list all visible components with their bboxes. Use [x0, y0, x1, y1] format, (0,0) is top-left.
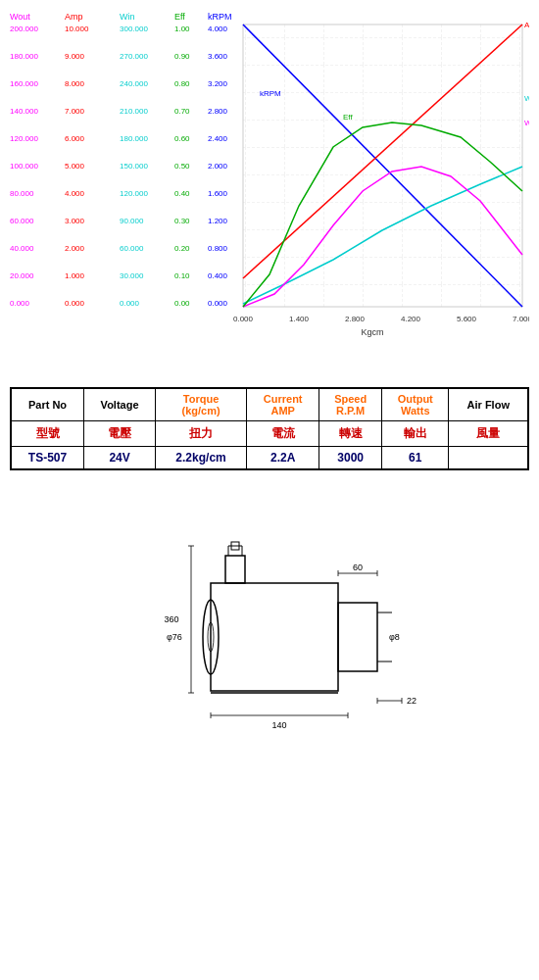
svg-text:0.000: 0.000 [65, 299, 85, 308]
cell-current: 2.2A [246, 447, 318, 470]
eff-label: Eff [174, 12, 185, 22]
svg-text:180.000: 180.000 [120, 134, 148, 143]
amp-line-label: Amp [524, 21, 529, 29]
dim-140: 140 [271, 720, 286, 730]
zh-airflow: 風量 [449, 421, 528, 447]
svg-text:180.000: 180.000 [10, 52, 38, 61]
cell-partno: TS-507 [11, 447, 84, 470]
performance-chart: Wout 200.000 180.000 160.000 140.000 120… [10, 10, 529, 343]
svg-text:2.000: 2.000 [208, 162, 228, 171]
th-torque: Torque (kg/cm) [156, 388, 247, 421]
svg-text:200.000: 200.000 [10, 24, 38, 33]
zh-partno: 型號 [11, 421, 84, 447]
zh-header-row: 型號 電壓 扭力 電流 轉速 輸出 風量 [11, 421, 528, 447]
svg-text:120.000: 120.000 [10, 134, 38, 143]
chart-section: Wout 200.000 180.000 160.000 140.000 120… [0, 0, 539, 372]
svg-text:4.200: 4.200 [401, 315, 421, 323]
zh-torque: 扭力 [156, 421, 247, 447]
eff-curve-label: Eff [343, 113, 353, 122]
svg-text:0.30: 0.30 [174, 217, 190, 225]
svg-text:0.70: 0.70 [174, 107, 190, 116]
th-current: Current AMP [246, 388, 318, 421]
wout-label: Wout [10, 12, 30, 22]
svg-text:1.200: 1.200 [208, 217, 228, 225]
cell-voltage: 24V [84, 447, 156, 470]
svg-text:4.000: 4.000 [65, 189, 85, 198]
win-label: Win [120, 12, 135, 22]
svg-rect-63 [211, 583, 338, 691]
zh-voltage: 電壓 [84, 421, 156, 447]
svg-text:0.90: 0.90 [174, 52, 190, 61]
svg-text:100.000: 100.000 [10, 162, 38, 171]
svg-text:30.000: 30.000 [120, 271, 144, 280]
header-row: Part No Voltage Torque (kg/cm) Current A… [11, 388, 528, 421]
svg-text:60.000: 60.000 [10, 217, 34, 225]
svg-text:6.000: 6.000 [65, 134, 85, 143]
dim-22: 22 [407, 696, 416, 706]
svg-text:4.000: 4.000 [208, 24, 228, 33]
amp-label: Amp [65, 12, 83, 22]
svg-text:0.400: 0.400 [208, 271, 228, 280]
zh-speed: 轉速 [319, 421, 382, 447]
svg-text:210.000: 210.000 [120, 107, 148, 116]
svg-text:1.00: 1.00 [174, 24, 190, 33]
svg-text:5.600: 5.600 [457, 315, 477, 323]
svg-text:2.000: 2.000 [65, 244, 85, 253]
svg-text:7.000: 7.000 [513, 315, 529, 323]
diagram-section: φ76 φ8 360 60 22 140 [0, 485, 539, 760]
svg-text:0.000: 0.000 [10, 299, 30, 308]
svg-text:8.000: 8.000 [65, 79, 85, 88]
svg-text:5.000: 5.000 [65, 162, 85, 171]
svg-text:0.80: 0.80 [174, 79, 190, 88]
svg-text:0.000: 0.000 [208, 299, 228, 308]
svg-text:20.000: 20.000 [10, 271, 34, 280]
mechanical-diagram: φ76 φ8 360 60 22 140 [113, 505, 426, 740]
svg-text:10.000: 10.000 [65, 24, 89, 33]
svg-text:1.600: 1.600 [208, 189, 228, 198]
svg-text:3.200: 3.200 [208, 79, 228, 88]
svg-text:90.000: 90.000 [120, 217, 144, 225]
svg-text:1.000: 1.000 [65, 271, 85, 280]
zh-output: 輸出 [382, 421, 449, 447]
cell-speed: 3000 [319, 447, 382, 470]
phi8-label: φ8 [389, 632, 400, 642]
svg-text:9.000: 9.000 [65, 52, 85, 61]
svg-text:0.00: 0.00 [174, 299, 190, 308]
svg-text:140.000: 140.000 [10, 107, 38, 116]
svg-rect-66 [338, 603, 377, 671]
svg-text:40.000: 40.000 [10, 244, 34, 253]
th-partno: Part No [11, 388, 84, 421]
th-airflow: Air Flow [449, 388, 528, 421]
svg-text:0.40: 0.40 [174, 189, 190, 198]
svg-text:1.400: 1.400 [289, 315, 310, 323]
svg-text:2.400: 2.400 [208, 134, 228, 143]
svg-text:80.000: 80.000 [10, 189, 34, 198]
cell-torque: 2.2kg/cm [156, 447, 247, 470]
data-row: TS-507 24V 2.2kg/cm 2.2A 3000 61 [11, 447, 528, 470]
krpm-label: kRPM [208, 12, 232, 22]
svg-rect-69 [225, 556, 245, 583]
x-axis-label: Kgcm [361, 327, 383, 337]
svg-text:60.000: 60.000 [120, 244, 144, 253]
th-speed: Speed R.P.M [319, 388, 382, 421]
th-voltage: Voltage [84, 388, 156, 421]
svg-text:0.50: 0.50 [174, 162, 190, 171]
th-output: Output Watts [382, 388, 449, 421]
svg-text:3.000: 3.000 [65, 217, 85, 225]
krpm-curve-label: kRPM [260, 89, 281, 98]
svg-text:2.800: 2.800 [208, 107, 228, 116]
specs-table: Part No Voltage Torque (kg/cm) Current A… [10, 387, 529, 470]
svg-text:120.000: 120.000 [120, 189, 148, 198]
dim-60: 60 [353, 563, 363, 572]
svg-text:3.600: 3.600 [208, 52, 228, 61]
svg-text:300.000: 300.000 [120, 24, 148, 33]
dim-360: 360 [164, 614, 178, 624]
table-section: Part No Voltage Torque (kg/cm) Current A… [0, 372, 539, 485]
svg-text:0.20: 0.20 [174, 244, 190, 253]
svg-text:0.10: 0.10 [174, 271, 190, 280]
svg-text:0.60: 0.60 [174, 134, 190, 143]
win-line-label: Win [524, 94, 529, 103]
phi76-label: φ76 [167, 632, 182, 642]
cell-output: 61 [382, 447, 449, 470]
cell-airflow [449, 447, 528, 470]
